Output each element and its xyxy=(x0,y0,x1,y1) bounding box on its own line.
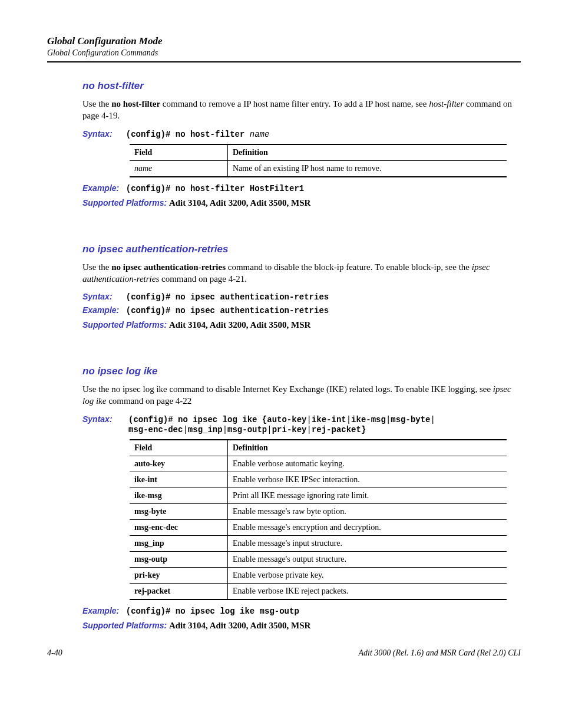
table-cell-field: rej-packet xyxy=(130,583,228,599)
section-no-ipsec-log-ike: no ipsec log ike Use the no ipsec log ik… xyxy=(82,365,521,631)
page-header: Global Configuration Mode Global Configu… xyxy=(47,35,521,58)
page-footer: 4-40 Adit 3000 (Rel. 1.6) and MSR Card (… xyxy=(47,648,521,658)
section-heading: no ipsec authentication-retries xyxy=(82,243,521,255)
table-cell-definition: Enable message's raw byte option. xyxy=(228,503,507,519)
body-text: Use the no ipsec authentication-retries … xyxy=(82,261,521,285)
table-cell-definition: Enable message's output structure. xyxy=(228,551,507,567)
section-no-ipsec-auth-retries: no ipsec authentication-retries Use the … xyxy=(82,243,521,331)
syntax-command: (config)# no ipsec log ike {auto-key|ike… xyxy=(128,414,435,434)
table-cell-definition: Enable message's input structure. xyxy=(228,535,507,551)
example-row: Example: (config)# no ipsec log ike msg-… xyxy=(82,606,521,616)
body-text: Use the no ipsec log ike command to disa… xyxy=(82,383,521,407)
syntax-command: (config)# no host-filter xyxy=(126,130,250,139)
table-cell-definition: Enable verbose IKE reject packets. xyxy=(228,583,507,599)
platforms-value: Adit 3104, Adit 3200, Adit 3500, MSR xyxy=(169,320,310,330)
example-label: Example: xyxy=(82,606,124,615)
table-header-definition: Definition xyxy=(228,144,507,161)
platforms-row: Supported Platforms: Adit 3104, Adit 320… xyxy=(82,198,521,208)
table-cell-field: msg_inp xyxy=(130,535,228,551)
table-cell-definition: Enable verbose automatic keying. xyxy=(228,456,507,472)
syntax-command: (config)# no ipsec authentication-retrie… xyxy=(126,292,329,302)
example-label: Example: xyxy=(82,183,124,193)
table-cell-definition: Enable message's encryption and decrypti… xyxy=(228,519,507,535)
table-header-field: Field xyxy=(130,144,228,161)
syntax-label: Syntax: xyxy=(82,292,124,301)
syntax-arg: name xyxy=(250,130,270,139)
table-cell-field: msg-enc-dec xyxy=(130,519,228,535)
table-cell-definition: Enable verbose private key. xyxy=(228,567,507,583)
syntax-row: Syntax: (config)# no ipsec authenticatio… xyxy=(82,292,521,302)
example-row: Example: (config)# no ipsec authenticati… xyxy=(82,305,521,315)
example-command: (config)# no host-filter HostFilter1 xyxy=(126,184,304,193)
syntax-label: Syntax: xyxy=(82,129,124,139)
header-rule xyxy=(47,61,521,62)
section-heading: no host-filter xyxy=(82,80,521,92)
table-cell-definition: Enable verbose IKE IPSec interaction. xyxy=(228,472,507,487)
table-cell-definition: Name of an existing IP host name to remo… xyxy=(228,160,507,177)
example-label: Example: xyxy=(82,305,124,315)
table-header-field: Field xyxy=(130,440,228,456)
chapter-title: Global Configuration Mode xyxy=(47,35,521,47)
example-command: (config)# no ipsec authentication-retrie… xyxy=(126,306,329,315)
syntax-label: Syntax: xyxy=(82,414,124,424)
page-number: 4-40 xyxy=(47,648,62,658)
platforms-label: Supported Platforms: xyxy=(82,621,167,630)
body-text: Use the no host-filter command to remove… xyxy=(82,98,521,122)
section-heading: no ipsec log ike xyxy=(82,365,521,377)
platforms-label: Supported Platforms: xyxy=(82,198,167,207)
platforms-label: Supported Platforms: xyxy=(82,320,167,330)
table-cell-field: auto-key xyxy=(130,456,228,472)
platforms-row: Supported Platforms: Adit 3104, Adit 320… xyxy=(82,320,521,330)
field-table: Field Definition auto-keyEnable verbose … xyxy=(130,439,507,600)
table-cell-field: msg-byte xyxy=(130,503,228,519)
platforms-value: Adit 3104, Adit 3200, Adit 3500, MSR xyxy=(169,621,310,630)
example-command: (config)# no ipsec log ike msg-outp xyxy=(126,607,299,616)
syntax-row: Syntax: (config)# no ipsec log ike {auto… xyxy=(82,414,521,434)
chapter-subtitle: Global Configuration Commands xyxy=(47,48,521,58)
doc-title: Adit 3000 (Rel. 1.6) and MSR Card (Rel 2… xyxy=(358,648,521,658)
field-table: Field Definition name Name of an existin… xyxy=(130,144,507,177)
table-cell-field: ike-msg xyxy=(130,487,228,503)
table-cell-field: msg-outp xyxy=(130,551,228,567)
platforms-row: Supported Platforms: Adit 3104, Adit 320… xyxy=(82,621,521,631)
table-cell-field: pri-key xyxy=(130,567,228,583)
syntax-row: Syntax: (config)# no host-filter name xyxy=(82,129,521,139)
section-no-host-filter: no host-filter Use the no host-filter co… xyxy=(82,80,521,208)
table-cell-definition: Print all IKE message ignoring rate limi… xyxy=(228,487,507,503)
table-header-definition: Definition xyxy=(228,440,507,456)
table-cell-field: ike-int xyxy=(130,472,228,487)
table-cell-field: name xyxy=(130,160,228,177)
platforms-value: Adit 3104, Adit 3200, Adit 3500, MSR xyxy=(169,198,310,207)
example-row: Example: (config)# no host-filter HostFi… xyxy=(82,183,521,193)
